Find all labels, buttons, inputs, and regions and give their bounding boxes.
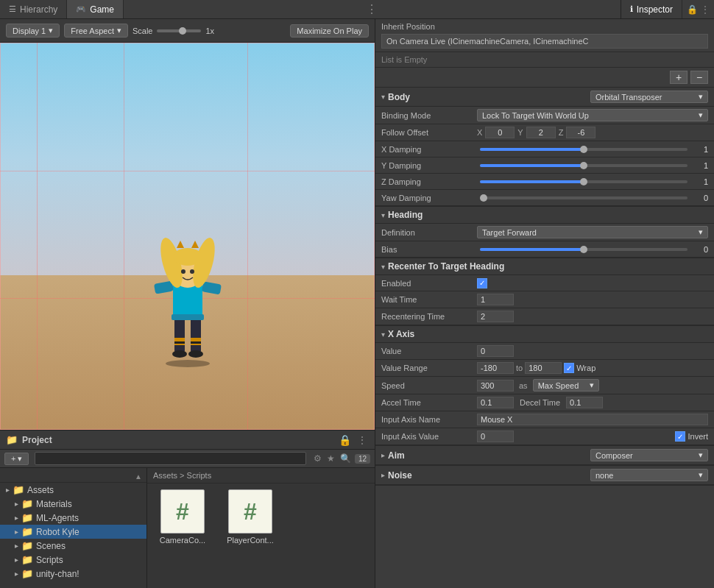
x-axis-value-input[interactable] [477,345,514,357]
lock-icon[interactable]: 🔒 [337,433,353,447]
tab-hierarchy[interactable]: ☰ Hierarchy [0,0,67,18]
filter-icon[interactable]: ⚙ [312,452,323,465]
value-range-label: Value Range [381,364,477,372]
yaw-damping-row: Yaw Damping 0 [375,190,714,206]
x-axis-arrow [381,330,385,339]
search-input[interactable] [35,452,305,465]
tree-item-scenes[interactable]: ▸ 📁 Scenes [0,539,146,553]
invert-checkbox[interactable]: ✓ [675,431,685,442]
tab-game[interactable]: 🎮 Game [67,0,124,18]
y-damping-row: Y Damping 1 [375,157,714,174]
heading-section-header[interactable]: Heading [375,207,714,224]
tree-item-unitychan[interactable]: ▸ 📁 unity-chan! [0,567,146,581]
body-section-header[interactable]: Body Orbital Transposer [375,88,714,107]
tree-item-mlagents[interactable]: ▸ 📁 ML-Agents [0,511,146,525]
body-arrow [381,93,385,101]
scroll-up-icon[interactable]: ▲ [135,472,142,481]
aim-value: Composer [595,451,633,460]
mlagents-folder-icon: 📁 [21,512,33,523]
game-icon: 🎮 [76,4,86,14]
yaw-damping-slider[interactable] [480,196,688,199]
svg-point-20 [190,269,194,274]
aim-section-header[interactable]: Aim Composer [375,446,714,465]
yaw-damping-value: 0 [693,194,708,202]
x-damping-label: X Damping [381,145,477,154]
binding-mode-dropdown[interactable]: Lock To Target With World Up [477,109,708,121]
asset-playercont[interactable]: # PlayerCont... [221,489,280,582]
noise-section: Noise none [375,466,714,486]
add-button[interactable]: + [4,453,29,465]
display-label: Display 1 [13,26,46,35]
scenes-folder-icon: 📁 [21,540,33,551]
yaw-damping-label: Yaw Damping [381,194,477,202]
wrap-checkbox[interactable]: ✓ [564,363,574,373]
project-content: ▲ ▸ 📁 Assets ▸ 📁 Materials ▸ 📁 [0,468,375,588]
recenter-enabled-checkbox[interactable]: ✓ [477,278,487,288]
recenter-enabled-label: Enabled [381,279,477,288]
recenter-section-header[interactable]: Recenter To Target Heading [375,258,714,275]
tree-item-robotkyle[interactable]: ▸ 📁 Robot Kyle [0,525,146,539]
more-icon[interactable]: ⋮ [356,433,369,447]
tree-item-assets[interactable]: ▸ 📁 Assets [0,483,146,497]
definition-arrow [699,227,703,237]
body-dropdown[interactable]: Orbital Transposer [590,91,708,103]
tree-item-materials[interactable]: ▸ 📁 Materials [0,497,146,511]
x-axis-title: X Axis [388,329,414,339]
input-axis-value-input[interactable] [477,431,514,442]
asset-cameraco[interactable]: # CameraCo... [153,489,212,582]
z-damping-slider[interactable] [480,180,688,183]
follow-offset-x[interactable] [485,127,515,138]
cameraco-label: CameraCo... [160,536,205,545]
recentering-time-input[interactable] [477,311,514,322]
binding-mode-label: Binding Mode [381,111,477,120]
add-chevron [18,454,22,464]
heading-title: Heading [388,210,423,220]
accel-time-input[interactable] [477,397,514,408]
wait-time-input[interactable] [477,294,514,305]
tab-more-button[interactable]: ⋮ [360,0,383,18]
aspect-button[interactable]: Free Aspect [64,24,128,38]
follow-offset-z[interactable] [566,127,595,138]
aim-dropdown[interactable]: Composer [590,449,708,461]
tab-inspector[interactable]: ℹ Inspector [621,0,682,18]
svg-rect-1 [174,316,185,353]
aim-arrow [381,451,385,459]
x-axis-value-label: Value [381,347,477,355]
on-camera-label: Inherit Position [381,22,435,31]
scripts-arrow: ▸ [15,556,18,564]
x-axis-section-header[interactable]: X Axis [375,326,714,343]
list-add-button[interactable]: + [670,71,688,84]
list-remove-button[interactable]: − [690,71,708,84]
on-camera-field: Inherit Position On Camera Live (ICinema… [375,19,714,52]
inspector-lock-icon[interactable]: 🔒 [687,4,698,15]
decel-time-input[interactable] [566,397,603,408]
definition-dropdown[interactable]: Target Forward [477,226,708,238]
on-camera-value: On Camera Live (ICinemachineCamera, ICin… [386,37,589,46]
maximize-button[interactable]: Maximize On Play [290,24,369,38]
x-damping-slider[interactable] [480,148,688,151]
recentering-time-label: Recentering Time [381,312,477,321]
definition-label: Definition [381,228,477,237]
inspector-more-icon[interactable]: ⋮ [701,4,710,15]
follow-offset-y[interactable] [526,127,556,138]
tab-bar: ☰ Hierarchy 🎮 Game ⋮ ℹ Inspector 🔒 ⋮ [0,0,714,19]
main-layout: Display 1 Free Aspect Scale 1x Maximize … [0,19,714,588]
noise-section-header[interactable]: Noise none [375,466,714,485]
recenter-section: Recenter To Target Heading Enabled ✓ Wai… [375,258,714,326]
input-axis-name-input[interactable] [477,414,708,425]
display-button[interactable]: Display 1 [6,24,60,38]
value-range-min[interactable] [477,362,514,374]
bias-slider[interactable] [480,248,688,251]
y-damping-slider[interactable] [480,164,688,167]
tree-item-scripts[interactable]: ▸ 📁 Scripts [0,553,146,567]
speed-mode-dropdown[interactable]: Max Speed [533,379,599,392]
speed-input[interactable] [477,380,514,392]
star-icon[interactable]: ★ [325,452,336,465]
search-icon[interactable]: 🔍 [339,452,353,465]
scenes-label: Scenes [36,541,66,551]
binding-mode-row: Binding Mode Lock To Target With World U… [375,107,714,124]
scale-slider[interactable] [157,29,201,32]
value-range-max[interactable] [525,362,562,374]
noise-dropdown[interactable]: none [590,469,708,481]
svg-marker-18 [191,241,199,248]
